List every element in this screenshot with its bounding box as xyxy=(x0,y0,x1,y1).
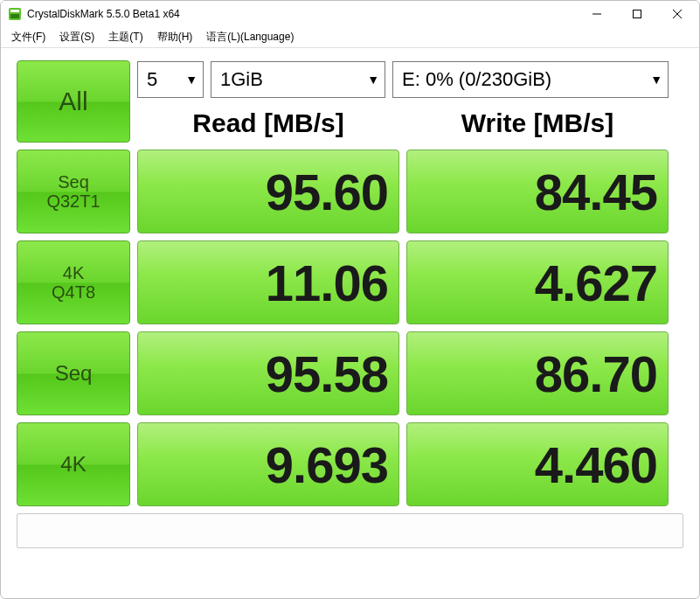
run-seq-q32t1-button[interactable]: Seq Q32T1 xyxy=(17,150,130,233)
svg-rect-2 xyxy=(10,14,19,18)
window-controls xyxy=(577,1,697,27)
test-label: Seq xyxy=(55,362,93,385)
maximize-button[interactable] xyxy=(617,1,657,27)
run-seq-button[interactable]: Seq xyxy=(17,331,130,415)
menu-theme[interactable]: 主题(T) xyxy=(101,28,149,46)
menu-file[interactable]: 文件(F) xyxy=(4,28,52,46)
write-header: Write [MB/s] xyxy=(406,105,669,142)
seq-q32t1-read-value: 95.60 xyxy=(137,150,399,233)
menu-bar: 文件(F) 设置(S) 主题(T) 帮助(H) 语言(L)(Language) xyxy=(1,27,699,48)
test-label: Seq xyxy=(58,172,89,192)
window-title: CrystalDiskMark 5.5.0 Beta1 x64 xyxy=(27,8,577,20)
svg-rect-1 xyxy=(10,10,19,12)
test-sublabel: Q32T1 xyxy=(46,192,100,211)
close-button[interactable] xyxy=(657,1,697,27)
chevron-down-icon: ▼ xyxy=(185,73,198,87)
test-label: 4K xyxy=(60,453,86,476)
main-content: All 5 ▼ 1GiB ▼ E: 0% (0/230GiB) ▼ Read [… xyxy=(1,48,699,557)
menu-language[interactable]: 语言(L)(Language) xyxy=(199,28,301,46)
chevron-down-icon: ▼ xyxy=(650,73,662,87)
status-bar xyxy=(17,513,683,548)
run-all-button[interactable]: All xyxy=(17,60,130,143)
run-all-label: All xyxy=(59,87,87,116)
drive-value: E: 0% (0/230GiB) xyxy=(402,68,551,91)
drive-select[interactable]: E: 0% (0/230GiB) ▼ xyxy=(392,61,669,98)
menu-help[interactable]: 帮助(H) xyxy=(150,28,200,46)
title-bar: CrystalDiskMark 5.5.0 Beta1 x64 xyxy=(1,1,699,27)
test-sublabel: Q4T8 xyxy=(52,282,95,302)
test-size-value: 1GiB xyxy=(220,68,263,91)
read-header: Read [MB/s] xyxy=(137,105,399,142)
app-icon xyxy=(8,7,22,21)
menu-settings[interactable]: 设置(S) xyxy=(52,28,101,46)
test-count-select[interactable]: 5 ▼ xyxy=(137,61,204,98)
seq-write-value: 86.70 xyxy=(406,331,669,415)
run-4k-button[interactable]: 4K xyxy=(17,422,130,506)
4k-write-value: 4.460 xyxy=(406,422,669,506)
seq-read-value: 95.58 xyxy=(137,331,399,415)
test-count-value: 5 xyxy=(147,68,157,91)
4k-read-value: 9.693 xyxy=(137,422,399,506)
test-size-select[interactable]: 1GiB ▼ xyxy=(211,61,385,98)
run-4k-q4t8-button[interactable]: 4K Q4T8 xyxy=(17,240,130,324)
test-label: 4K xyxy=(63,263,84,282)
chevron-down-icon: ▼ xyxy=(367,73,379,87)
minimize-button[interactable] xyxy=(577,1,617,27)
4k-q4t8-read-value: 11.06 xyxy=(137,240,399,324)
seq-q32t1-write-value: 84.45 xyxy=(406,150,669,233)
svg-rect-4 xyxy=(634,10,641,18)
4k-q4t8-write-value: 4.627 xyxy=(406,240,669,324)
